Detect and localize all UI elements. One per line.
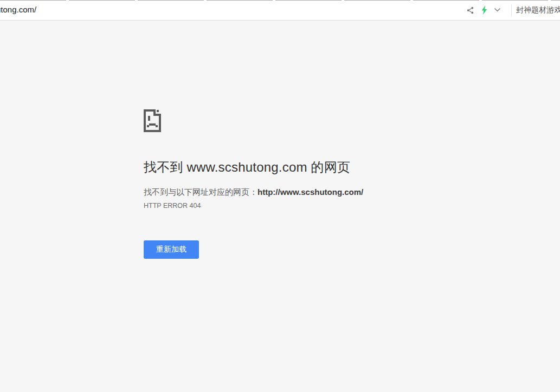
lightning-icon[interactable] xyxy=(481,5,487,15)
bookmark-label[interactable]: 封神题材游戏 xyxy=(516,5,560,15)
sad-page-icon xyxy=(144,109,162,133)
browser-window: utong.com/ xyxy=(0,0,560,392)
error-title: 找不到 www.scshutong.com 的网页 xyxy=(144,159,469,176)
error-page: 找不到 www.scshutong.com 的网页 找不到与以下网址对应的网页：… xyxy=(0,21,560,392)
address-bar-url[interactable]: utong.com/ xyxy=(0,5,36,14)
chevron-down-icon[interactable] xyxy=(494,8,501,12)
toolbar-divider xyxy=(511,4,512,16)
error-description-url: http://www.scshutong.com/ xyxy=(258,187,363,197)
error-description-text: 找不到与以下网址对应的网页： xyxy=(144,187,258,197)
share-icon[interactable] xyxy=(466,6,474,15)
error-description: 找不到与以下网址对应的网页：http://www.scshutong.com/ xyxy=(144,187,469,198)
error-content: 找不到 www.scshutong.com 的网页 找不到与以下网址对应的网页：… xyxy=(144,109,469,259)
browser-toolbar: utong.com/ xyxy=(0,0,560,21)
toolbar-actions: 封神题材游戏 xyxy=(466,0,560,20)
reload-button[interactable]: 重新加载 xyxy=(144,240,199,259)
error-code: HTTP ERROR 404 xyxy=(144,202,469,210)
